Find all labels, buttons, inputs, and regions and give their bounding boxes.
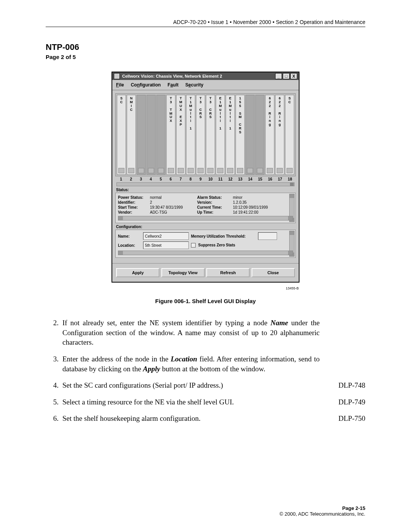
memory-threshold-field[interactable]: [258, 232, 277, 240]
scroll-up-icon[interactable]: [290, 194, 294, 198]
config-section-label: Configuration:: [116, 225, 295, 229]
close-window-button[interactable]: X: [290, 73, 297, 79]
close-button[interactable]: Close: [252, 268, 295, 277]
topology-view-button[interactable]: Topology View: [161, 268, 205, 277]
slot-11-label: E 1 M u l t i 1: [219, 97, 222, 131]
slot-2[interactable]: N M I C: [127, 95, 136, 175]
memory-threshold-label: Memory Utilization Threshold:: [191, 234, 256, 238]
slot-18[interactable]: S C: [285, 95, 294, 175]
config-horizontal-scrollbar[interactable]: [118, 251, 293, 255]
step-reference: DLP-750: [323, 414, 365, 423]
slot-12[interactable]: E 1 M u l t i 1: [226, 95, 235, 175]
slot-numbers: 123456789101112131415161718: [115, 176, 296, 181]
step-text: Set the SC card configurations (Serial p…: [62, 380, 320, 390]
slot-number-10: 10: [206, 177, 215, 181]
page-footer: Page 2-15 © 2000, ADC Telecommunications…: [280, 505, 365, 517]
instruction-step: 4.Set the SC card configurations (Serial…: [46, 380, 365, 390]
refresh-button[interactable]: Refresh: [206, 268, 250, 277]
start-time-value: 19:30:47 8/31/1999: [150, 205, 196, 209]
slot-16-footer-icon: [267, 168, 273, 173]
slot-5-footer-icon: [158, 168, 164, 173]
scroll-left-icon[interactable]: [118, 251, 123, 255]
menu-security[interactable]: Security: [185, 82, 203, 88]
version-label: Version:: [197, 200, 231, 204]
minimize-button[interactable]: _: [275, 73, 282, 79]
window-title: Cellworx Vision: Chassis View, Network E…: [122, 74, 222, 78]
instruction-step: 3.Enter the address of the node in the L…: [46, 354, 365, 374]
slot-number-1: 1: [116, 177, 126, 181]
slot-10[interactable]: T 3 C R S: [206, 95, 215, 175]
step-number: 3.: [46, 354, 59, 374]
slot-number-8: 8: [186, 177, 195, 181]
scroll-right-icon[interactable]: [288, 251, 293, 255]
slot-number-13: 13: [236, 177, 245, 181]
chassis-slots: S CN M I CT 3 T M U XT M U X E X PT 1 M …: [115, 93, 296, 176]
slot-1[interactable]: S C: [117, 95, 126, 175]
slot-number-6: 6: [166, 177, 175, 181]
slot-number-3: 3: [136, 177, 145, 181]
slot-16[interactable]: 6 2 2 R i n g: [265, 95, 274, 175]
figure-caption: Figure 006-1. Shelf Level GUI Display: [46, 298, 365, 304]
alarm-status-label: Alarm Status:: [197, 195, 231, 200]
slot-9-label: T 3 C R S: [199, 97, 202, 119]
step-number: 4.: [46, 380, 59, 390]
document-subtitle: Page 2 of 5: [46, 54, 365, 60]
scroll-left-icon[interactable]: [118, 216, 123, 220]
slot-number-5: 5: [156, 177, 165, 181]
slot-11[interactable]: E 1 M u l t i 1: [216, 95, 225, 175]
configuration-panel: Name: Cellworx2 Memory Utilization Thres…: [115, 230, 296, 258]
location-field[interactable]: 5th Street: [143, 241, 189, 249]
identifier-value: 2: [150, 200, 196, 204]
slot-number-7: 7: [176, 177, 185, 181]
slot-13[interactable]: 1 5 5 S M C R S: [236, 95, 245, 175]
status-horizontal-scrollbar[interactable]: [118, 216, 293, 220]
vendor-label: Vendor:: [118, 210, 148, 214]
menu-file[interactable]: File: [116, 82, 124, 88]
window-titlebar: Cellworx Vision: Chassis View, Network E…: [112, 72, 299, 80]
instruction-step: 5.Select a timing resource for the NE vi…: [46, 397, 365, 407]
scroll-right-icon[interactable]: [288, 216, 293, 220]
apply-button[interactable]: Apply: [116, 268, 159, 277]
maximize-button[interactable]: □: [283, 73, 290, 79]
slot-17[interactable]: 6 2 2 R i n g: [275, 95, 284, 175]
slot-7[interactable]: T M U X E X P: [176, 95, 185, 175]
step-number: 6.: [46, 414, 59, 423]
document-title: NTP-006: [46, 42, 365, 52]
slot-4-footer-icon: [148, 168, 154, 173]
current-time-value: 10:12:09 09/01/1999: [233, 205, 279, 209]
slot-6-footer-icon: [168, 168, 174, 173]
slot-3[interactable]: [137, 95, 146, 175]
step-text: Set the shelf housekeeping alarm configu…: [62, 414, 320, 423]
step-text: If not already set, enter the NE system …: [62, 318, 320, 347]
menu-configuration[interactable]: Configuration: [131, 82, 161, 88]
slot-7-label: T M U X E X P: [179, 97, 182, 127]
slot-14[interactable]: [245, 95, 255, 175]
slot-17-footer-icon: [277, 168, 283, 173]
slot-number-18: 18: [285, 177, 295, 181]
name-field[interactable]: Cellworx2: [143, 232, 189, 240]
chassis-scrollbar[interactable]: [116, 182, 295, 186]
slot-9[interactable]: T 3 C R S: [196, 95, 205, 175]
slot-number-11: 11: [216, 177, 225, 181]
slot-4[interactable]: [147, 95, 156, 175]
identifier-label: Identifier:: [118, 200, 148, 204]
step-reference: DLP-748: [323, 380, 365, 390]
menu-fault[interactable]: Fault: [167, 82, 178, 88]
slot-11-footer-icon: [217, 168, 223, 173]
slot-number-17: 17: [276, 177, 285, 181]
slot-number-14: 14: [245, 177, 255, 181]
slot-13-footer-icon: [237, 168, 243, 173]
slot-9-footer-icon: [198, 168, 204, 173]
slot-10-footer-icon: [207, 168, 213, 173]
slot-number-15: 15: [256, 177, 265, 181]
slot-16-label: 6 2 2 R i n g: [269, 97, 271, 127]
slot-5[interactable]: [156, 95, 166, 175]
document-header: ADCP-70-220 • Issue 1 • November 2000 • …: [46, 19, 365, 27]
system-menu-icon[interactable]: [114, 73, 120, 79]
suppress-zero-stats-checkbox[interactable]: [191, 243, 196, 248]
slot-15[interactable]: [255, 95, 264, 175]
slot-10-label: T 3 C R S: [209, 97, 212, 119]
scroll-up-icon[interactable]: [290, 231, 294, 235]
slot-6[interactable]: T 3 T M U X: [166, 95, 175, 175]
slot-8[interactable]: T 1 M u l t i 1: [186, 95, 195, 175]
